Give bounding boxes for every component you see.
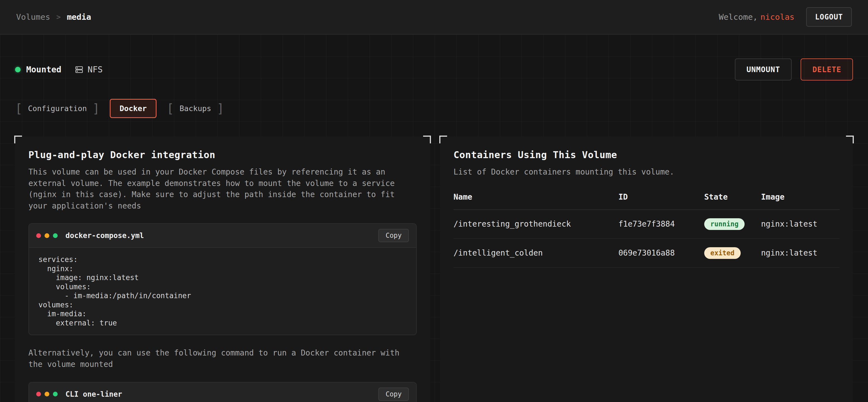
table-row: /interesting_grothendieck f1e73e7f3884 r… <box>454 210 840 239</box>
red-dot-icon <box>36 233 41 238</box>
welcome-text: Welcome,nicolas <box>719 12 795 22</box>
compose-code-header: docker-compose.yml Copy <box>29 224 416 248</box>
green-dot-icon <box>53 233 58 238</box>
corner-decoration <box>846 136 854 143</box>
topbar-right: Welcome,nicolas LOGOUT <box>719 7 852 27</box>
table-row: /intelligent_colden 069e73016a88 exited … <box>454 239 840 268</box>
cli-code-block: CLI one-liner Copy docker run -v im-medi… <box>28 382 417 402</box>
corner-decoration <box>439 136 447 143</box>
compose-code-body: services: nginx: image: nginx:latest vol… <box>29 248 416 335</box>
bracket-right: ] <box>92 102 100 115</box>
nfs-group: NFS <box>75 65 102 74</box>
tab-configuration[interactable]: [ Configuration ] <box>15 102 100 115</box>
tab-docker-label: Docker <box>120 104 147 113</box>
red-dot-icon <box>36 392 41 396</box>
table-header-row: Name ID State Image <box>454 192 840 210</box>
traffic-lights-icon <box>36 233 58 238</box>
panels: Plug-and-play Docker integration This vo… <box>15 136 853 402</box>
compose-copy-button[interactable]: Copy <box>378 229 409 242</box>
containers-panel-title: Containers Using This Volume <box>454 149 840 160</box>
welcome-prefix: Welcome, <box>719 12 758 22</box>
yellow-dot-icon <box>44 392 49 396</box>
mounted-status-label: Mounted <box>26 65 61 74</box>
breadcrumb-volumes-link[interactable]: Volumes <box>16 12 50 22</box>
corner-decoration <box>14 136 22 143</box>
logout-button[interactable]: LOGOUT <box>806 7 852 27</box>
unmount-button[interactable]: UNMOUNT <box>735 59 792 80</box>
traffic-lights-icon <box>36 392 58 396</box>
nfs-label: NFS <box>88 65 102 74</box>
bracket-left: [ <box>15 102 23 115</box>
yellow-dot-icon <box>44 233 49 238</box>
container-image: nginx:latest <box>761 248 840 258</box>
compose-filename: docker-compose.yml <box>65 231 144 240</box>
cli-filename: CLI one-liner <box>65 390 122 398</box>
bracket-right: ] <box>217 102 224 115</box>
username: nicolas <box>761 12 795 22</box>
docker-panel-title: Plug-and-play Docker integration <box>28 149 417 160</box>
column-header-image: Image <box>761 192 840 202</box>
container-id: f1e73e7f3884 <box>618 220 704 229</box>
compose-code-block: docker-compose.yml Copy services: nginx:… <box>28 223 417 335</box>
breadcrumb-separator: > <box>56 13 61 21</box>
column-header-state: State <box>704 192 761 202</box>
tab-configuration-label: Configuration <box>28 104 87 113</box>
docker-integration-panel: Plug-and-play Docker integration This vo… <box>15 136 430 402</box>
cli-intro-text: Alternatively, you can use the following… <box>28 347 417 370</box>
compose-code-text: services: nginx: image: nginx:latest vol… <box>38 255 407 327</box>
tab-bar: [ Configuration ] Docker [ Backups ] <box>15 99 853 118</box>
tab-docker[interactable]: Docker <box>110 99 157 118</box>
topbar: Volumes > media Welcome,nicolas LOGOUT <box>0 0 868 35</box>
breadcrumb: Volumes > media <box>16 12 91 22</box>
status-row: Mounted NFS UNMOUNT DELETE <box>15 35 853 80</box>
container-name: /interesting_grothendieck <box>454 220 618 229</box>
page: Volumes > media Welcome,nicolas LOGOUT M… <box>0 0 868 402</box>
nfs-server-icon <box>75 65 84 74</box>
delete-button[interactable]: DELETE <box>801 59 853 80</box>
tab-backups-label: Backups <box>179 104 211 113</box>
content-area: Mounted NFS UNMOUNT DELETE [ <box>0 35 868 402</box>
cli-copy-button[interactable]: Copy <box>378 388 409 401</box>
column-header-id: ID <box>618 192 704 202</box>
container-name: /intelligent_colden <box>454 248 618 258</box>
docker-panel-description: This volume can be used in your Docker C… <box>28 166 417 211</box>
state-badge: running <box>704 218 745 230</box>
green-dot-icon <box>53 392 58 396</box>
corner-decoration <box>423 136 431 143</box>
containers-panel-subtitle: List of Docker containers mounting this … <box>454 166 840 178</box>
bracket-left: [ <box>166 102 174 115</box>
containers-panel: Containers Using This Volume List of Doc… <box>440 136 853 402</box>
container-image: nginx:latest <box>761 220 840 229</box>
cli-code-header: CLI one-liner Copy <box>29 382 416 402</box>
container-id: 069e73016a88 <box>618 248 704 258</box>
containers-table: Name ID State Image /interesting_grothen… <box>454 192 840 268</box>
mounted-status-dot <box>15 67 21 72</box>
state-badge: exited <box>704 247 741 259</box>
tab-backups[interactable]: [ Backups ] <box>166 102 224 115</box>
column-header-name: Name <box>454 192 618 202</box>
breadcrumb-current: media <box>67 12 91 22</box>
